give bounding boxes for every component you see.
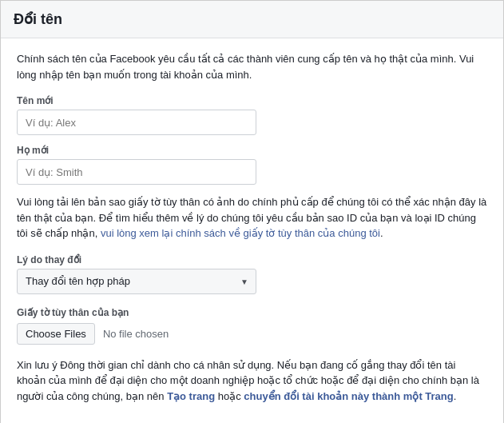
- reason-select-wrapper: Thay đổi tên hợp pháp ▼: [17, 269, 256, 294]
- file-section: Giấy tờ tùy thân của bạn Choose Files No…: [17, 307, 487, 345]
- choose-files-button[interactable]: Choose Files: [17, 323, 95, 345]
- last-name-group: Họ mới: [17, 145, 487, 185]
- first-name-label: Tên mới: [17, 95, 487, 106]
- reason-label: Lý do thay đổi: [17, 254, 487, 265]
- first-name-input[interactable]: [17, 110, 256, 135]
- file-row: Choose Files No file chosen: [17, 323, 487, 345]
- id-document-label: Giấy tờ tùy thân của bạn: [17, 307, 487, 318]
- first-name-group: Tên mới: [17, 95, 487, 135]
- convert-account-link[interactable]: chuyển đổi tài khoản này thành một Trang: [244, 390, 453, 402]
- intro-text: Chính sách tên của Facebook yêu cầu tất …: [17, 51, 487, 82]
- reason-select[interactable]: Thay đổi tên hợp pháp: [17, 269, 256, 294]
- card-header: Đổi tên: [1, 1, 503, 38]
- bottom-text: Xin lưu ý Đông thời gian chỉ dành cho cá…: [17, 357, 487, 405]
- info-text: Vui lòng tải lên bản sao giấy tờ tùy thâ…: [17, 194, 487, 241]
- reason-group: Lý do thay đổi Thay đổi tên hợp pháp ▼: [17, 254, 487, 294]
- last-name-label: Họ mới: [17, 145, 487, 156]
- page-title: Đổi tên: [14, 10, 490, 28]
- policy-link[interactable]: vui lòng xem lại chính sách về giấy tờ t…: [101, 227, 380, 239]
- create-page-link[interactable]: Tạo trang: [167, 390, 215, 402]
- last-name-input[interactable]: [17, 159, 256, 185]
- change-name-card: Đổi tên Chính sách tên của Facebook yêu …: [0, 0, 504, 423]
- no-file-label: No file chosen: [103, 328, 169, 340]
- card-body: Chính sách tên của Facebook yêu cầu tất …: [1, 38, 503, 423]
